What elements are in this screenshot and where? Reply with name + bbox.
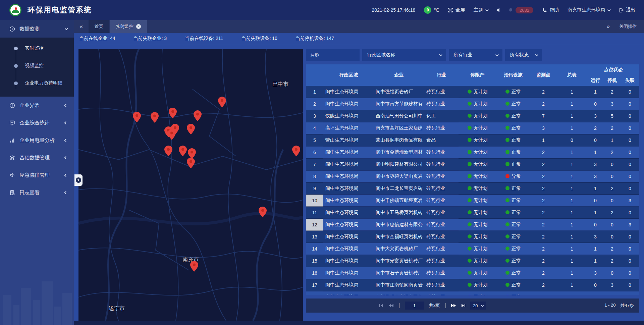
cell-points: 2 [530,146,557,158]
tab-close-icon[interactable]: × [136,24,141,29]
tab-label: 实时监控 [116,23,133,30]
chevron-down-icon [485,8,489,11]
page-size-select[interactable]: 20 [470,302,485,310]
status-dot-icon [468,210,472,214]
speaker-icon [496,8,499,12]
cell-region: 阆中生态环境局 [323,243,374,255]
main-area: « 首页 实时监控 × » 关闭操作 当前在线企业:44 当前失联企业:3 当前… [74,20,644,325]
close-operations-button[interactable]: 关闭操作 [619,23,637,30]
table-row[interactable]: 6阆中生态环境局阆中市金博瑞新型墙材砖瓦行业无计划正常21120 [306,146,639,158]
map-panel[interactable]: 巴中市南充市遂宁市 [78,49,303,321]
log-file-icon [9,190,15,196]
status-dot-icon [505,174,509,178]
tab-realtime-monitor[interactable]: 实时监控 × [110,20,147,33]
sidebar-item-enterprise-abnormal[interactable]: 企业异常 [0,97,74,114]
industry-filter-select[interactable]: 所有行业 [449,49,502,61]
row-index: 4 [306,122,323,134]
name-filter-input[interactable] [306,49,360,61]
chevron-left-icon [64,104,68,107]
page-number-input[interactable]: 1 [405,302,424,310]
table-row[interactable]: 4高坪生态环境局南充市高坪区王家店建砖瓦行业无计划正常31220 [306,122,639,134]
sidebar-item-power-load-detail[interactable]: 企业电力负荷明细 [0,74,74,92]
theme-menu[interactable]: 主题 [474,7,488,13]
map-pin-icon[interactable] [187,124,195,134]
status-dot-icon [505,126,509,130]
sidebar-item-base-data[interactable]: 基础数据管理 [0,149,74,166]
table-row[interactable]: 9阆中生态环境局阆中市二龙长宝页岩砖砖瓦行业无计划正常21120 [306,182,639,195]
map-pin-icon[interactable] [194,110,202,121]
tabs-scroll-left-button[interactable]: « [74,20,89,33]
sidebar-collapse-button[interactable] [74,174,83,186]
map-pin-icon[interactable] [171,124,179,134]
table-row[interactable]: 11阆中生态环境局阆中市五马桥页岩机砖砖瓦行业无计划正常21120 [306,207,639,219]
sidebar-item-video-monitor[interactable]: 视频监控 [0,57,74,74]
sidebar-item-enterprise-statistics[interactable]: 企业综合统计 [0,114,74,131]
last-page-button[interactable] [461,304,466,308]
table-row[interactable]: 17阆中生态环境局阆中市江南镇阆南页岩砖瓦行业无计划正常21030 [306,279,639,291]
table-row[interactable]: 5营山生态环境局营山县润丰肉食品有限食品无计划正常10010 [306,134,639,146]
app-title: 环保用电监管系统 [28,5,92,15]
map-pin-icon[interactable] [151,112,159,123]
logout-button[interactable]: 退出 [619,7,635,13]
table-row[interactable]: 3仪陇生态环境局西南油气田分公司川中化工无计划正常71350 [306,110,639,122]
mute-button[interactable] [496,8,499,12]
first-page-button[interactable] [379,304,384,308]
range-label: 1 - 20 [604,303,615,309]
notifications[interactable]: 2632 [508,7,533,13]
cell-industry: 砖瓦行业 [424,158,459,170]
tabs-scroll-right-button[interactable]: » [607,23,610,30]
help-button[interactable]: 帮助 [542,7,559,13]
stats-bar: 当前在线企业:44 当前失联企业:3 当前在线设备:211 当前失联设备:10 … [74,33,644,44]
table-row[interactable]: 10阆中生态环境局阆中千佛镇五郎垭页岩砖瓦行业无计划正常21003 [306,195,639,207]
map-pin-icon[interactable] [188,148,196,159]
cell-company: 阆中市忠信建材有限公 [374,219,424,231]
table-row[interactable]: 13阆中生态环境局阆中市金福旺页岩机砖砖瓦行业无计划正常21300 [306,231,639,243]
sidebar-item-emergency-reduction[interactable]: 应急减排管理 [0,166,74,184]
table-row[interactable]: 2阆中生态环境局阆中市南方节能建材有砖瓦行业无计划正常21030 [306,98,639,110]
map-pin-icon[interactable] [190,261,198,272]
cell-limit: 无计划 [459,122,496,134]
table-row[interactable]: 8阆中生态环境局阆中市枣碧大梁山页岩砖瓦行业无计划异常21300 [306,170,639,182]
sidebar-item-log-view[interactable]: 日志查看 [0,184,74,201]
cell-region: 阆中生态环境局 [323,279,374,291]
status-dot-icon [468,150,472,154]
temperature-badge: 0 [424,6,431,14]
help-label: 帮助 [549,7,559,13]
cell-facility: 正常 [496,86,530,98]
cell-region: 阆中生态环境局 [323,158,374,170]
sidebar-item-realtime-monitor[interactable]: 实时监控 [0,40,74,57]
fullscreen-button[interactable]: 全屏 [448,7,465,13]
cell-facility: 正常 [496,158,530,170]
cell-industry: 砖瓦行业 [424,231,459,243]
table-row[interactable]: 14阆中生态环境局阆中大兴页岩机砖厂砖瓦行业无计划正常21120 [306,243,639,255]
cell-meters: 1 [557,170,587,182]
status-filter-select[interactable]: 所有状态 [505,49,542,61]
map-pin-icon[interactable] [169,108,177,118]
table-row[interactable]: 16阆中生态环境局阆中市石子页岩机砖厂砖瓦行业无计划正常21300 [306,267,639,279]
region-filter-select[interactable]: 行政区域名称 [362,49,446,61]
prev-page-button[interactable] [388,304,394,308]
map-city-label: 巴中市 [272,81,288,88]
map-pin-icon[interactable] [292,146,300,156]
tab-home[interactable]: 首页 [89,20,109,33]
table-row[interactable]: 7阆中生态环境局阆中明阳建材有限公司砖瓦行业无计划正常21300 [306,158,639,170]
status-dot-icon [468,102,472,106]
map-pin-icon[interactable] [218,97,226,107]
map-pin-icon[interactable] [179,146,187,156]
map-pin-icon[interactable] [164,146,172,156]
map-pin-icon[interactable] [187,158,195,168]
next-page-button[interactable] [451,304,456,308]
map-pin-icon[interactable] [259,207,267,217]
cell-stop: 0 [604,267,621,279]
sidebar-item-power-analysis[interactable]: 企业用电量分析 [0,131,74,149]
cell-region: 营山生态环境局 [323,134,374,146]
table-row[interactable]: 18南部生态环境局南部县砚化土沼有限公建材加工无计划正常60060 [306,291,639,295]
table-row[interactable]: 15阆中生态环境局阆中市光富页岩机砖厂砖瓦行业无计划正常21120 [306,255,639,267]
map-pin-icon[interactable] [133,112,141,122]
table-row[interactable]: 1阆中生态环境局阆中强锐页岩砖厂砖瓦行业无计划正常21120 [306,86,639,98]
table-row[interactable]: 12阆中生态环境局阆中市忠信建材有限公砖瓦行业无计划正常21003 [306,219,639,231]
sidebar-item-data-monitoring[interactable]: 数据监测 [0,20,74,38]
org-menu[interactable]: 南充市生态环境局 [568,7,610,13]
chevron-down-icon [495,53,499,56]
timeline-dot-icon [14,47,18,50]
